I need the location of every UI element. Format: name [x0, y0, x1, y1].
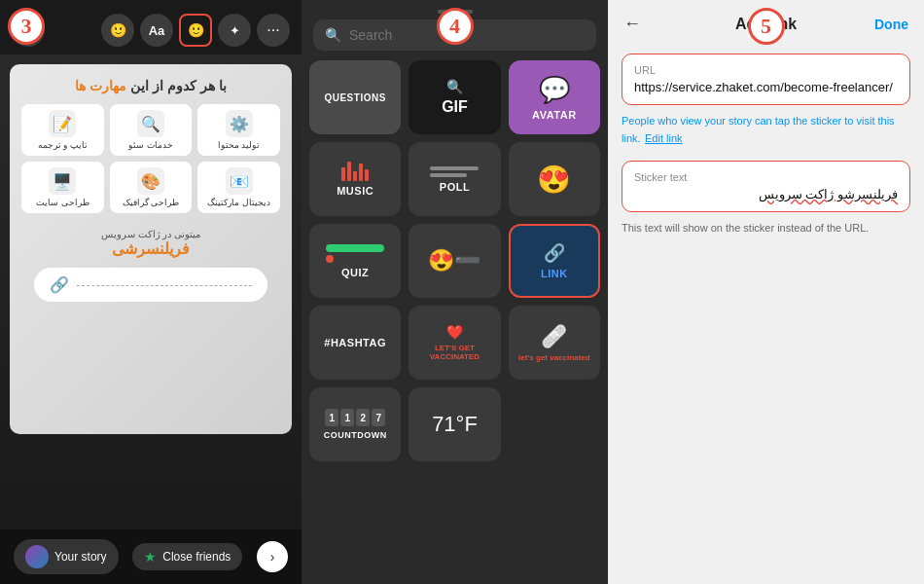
search-icon: 🔍 [325, 27, 341, 43]
close-friends-label: Close friends [162, 550, 231, 564]
bandaid-icon: 🩹 [541, 324, 567, 349]
sticker-grid: QUESTIONS 🔍 GIF 💬 AVATAR MUSIC [302, 60, 608, 584]
story-link-bar[interactable]: 🔗 [34, 268, 267, 302]
hashtag-sticker[interactable]: #HASHTAG [309, 306, 401, 380]
add-link-body: URL https://service.zhaket.com/become-fr… [608, 44, 924, 584]
url-value: https://service.zhaket.com/become-freela… [634, 80, 898, 94]
poll-sticker[interactable]: POLL [409, 142, 500, 216]
sticker-button[interactable]: 🙂 [179, 14, 212, 47]
next-arrow-icon: › [270, 549, 275, 565]
close-friends-button[interactable]: ★ Close friends [132, 543, 242, 570]
skill-card: 🔍 خدمات سئو [110, 104, 193, 156]
add-link-panel: 5 ← Add link Done URL https://service.zh… [608, 0, 924, 584]
mention-button[interactable]: 🙂 [101, 14, 134, 47]
countdown-sticker[interactable]: 1 1 2 7 COUNTDOWN [309, 387, 401, 461]
avatar-icon: 💬 [539, 75, 570, 105]
skill-card: ⚙️ تولید محتوا [197, 104, 280, 156]
music-sticker[interactable]: MUSIC [309, 142, 401, 216]
done-button[interactable]: Done [874, 17, 908, 32]
music-bars-icon [341, 162, 369, 181]
skill-grid: 📝 تایپ و ترجمه 🔍 خدمات سئو ⚙️ تولید محتو… [21, 104, 280, 213]
text-button[interactable]: Aa [140, 14, 173, 47]
sticker-text-hint: This text will show on the sticker inste… [622, 222, 869, 234]
skill-card: 🖥️ طراحی سایت [21, 162, 104, 213]
story-heading: با هر کدوم از این مهارت ها [75, 76, 226, 96]
skill-card: 🎨 طراحی گرافیک [110, 162, 193, 213]
url-field-box[interactable]: URL https://service.zhaket.com/become-fr… [622, 54, 910, 105]
sticker-picker-panel: 4 🔍 QUESTIONS 🔍 GIF 💬 AVATAR [302, 0, 608, 584]
questions-sticker[interactable]: QUESTIONS [309, 60, 401, 134]
story-bottom-text: میتونی در ژاکت سرویس فریلنسرشی [101, 229, 200, 258]
skill-card: 📧 دیجیتال مارکتینگ [197, 162, 280, 213]
avatar [25, 545, 49, 568]
step-number-5: 5 [748, 8, 785, 45]
gif-sticker[interactable]: 🔍 GIF [409, 60, 500, 134]
quiz-icon [326, 244, 384, 263]
sticker-text-label: Sticker text [634, 171, 898, 183]
edit-link[interactable]: Edit link [645, 132, 683, 144]
your-story-button[interactable]: Your story [14, 539, 119, 574]
vaccinated-sticker[interactable]: ❤️ LET'S GET VACCINATED [409, 306, 500, 380]
story-top-bar: ‹ 🙂 Aa 🙂 ✦ ··· [0, 0, 302, 55]
story-image: با هر کدوم از این مهارت ها 📝 تایپ و ترجم… [10, 64, 292, 434]
link-sticker[interactable]: 🔗 LINK [509, 224, 600, 298]
story-bottom-bar: Your story ★ Close friends › [0, 529, 302, 584]
countdown-digits: 1 1 2 7 [325, 409, 385, 426]
skill-card: 📝 تایپ و ترجمه [21, 104, 104, 156]
skill-icon: 📧 [226, 167, 253, 195]
avatar-sticker[interactable]: 💬 AVATAR [509, 60, 600, 134]
next-button[interactable]: › [257, 541, 288, 572]
url-label: URL [634, 64, 898, 76]
temperature-sticker[interactable]: 71°F [409, 387, 500, 461]
sticker-text-value: فریلنسرشو ژاکت سرویس [634, 187, 898, 201]
emoji-row-sticker[interactable]: 😍➖ [409, 224, 500, 298]
link-dots [77, 285, 251, 286]
back-button[interactable]: ← [623, 14, 641, 34]
quiz-sticker[interactable]: QUIZ [309, 224, 401, 298]
story-editor-panel: 3 ‹ 🙂 Aa 🙂 ✦ ··· با هر کدوم از این مهارت… [0, 0, 302, 584]
skill-icon: 🎨 [137, 167, 164, 195]
emoji-sticker[interactable]: 😍 [509, 142, 600, 216]
your-story-label: Your story [54, 550, 107, 564]
emoji-row-icon: 😍➖ [428, 248, 480, 274]
heart-icon: ❤️ [446, 324, 463, 340]
skill-icon: 🖥️ [49, 167, 76, 195]
link-icon: 🔗 [50, 275, 69, 294]
skill-icon: 📝 [49, 110, 76, 137]
temperature-value: 71°F [432, 412, 478, 437]
search-icon: 🔍 [446, 79, 463, 94]
step-number-4: 4 [437, 8, 474, 45]
more-button[interactable]: ··· [257, 14, 290, 47]
emoji-icon: 😍 [537, 164, 571, 196]
top-icon-row: 🙂 Aa 🙂 ✦ ··· [101, 14, 290, 47]
effects-button[interactable]: ✦ [218, 14, 251, 47]
link-chain-icon: 🔗 [544, 242, 565, 264]
poll-icon [430, 166, 479, 177]
vaccinated2-sticker[interactable]: 🩹 let's get vaccinated [509, 306, 600, 380]
star-icon: ★ [144, 549, 157, 565]
skill-icon: 🔍 [137, 110, 164, 137]
skill-icon: ⚙️ [226, 110, 253, 137]
story-canvas: با هر کدوم از این مهارت ها 📝 تایپ و ترجم… [0, 55, 302, 529]
sticker-text-field-box[interactable]: Sticker text فریلنسرشو ژاکت سرویس [622, 161, 910, 212]
step-number-3: 3 [8, 8, 45, 45]
